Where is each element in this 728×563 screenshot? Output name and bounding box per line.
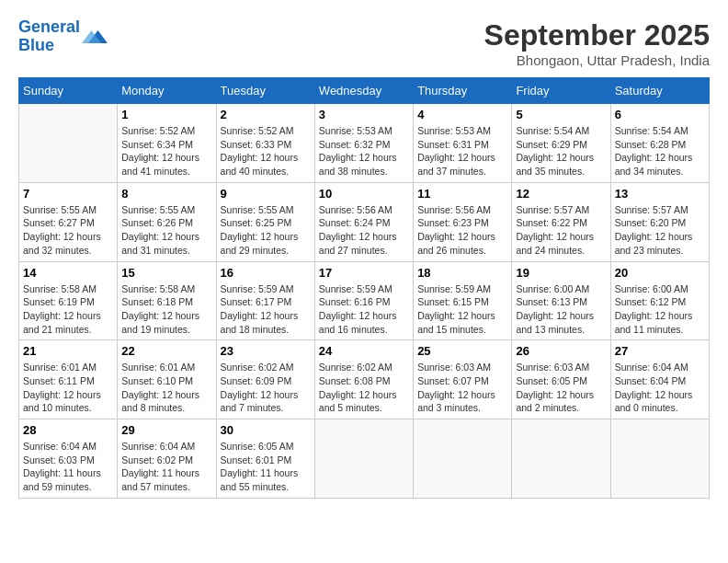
day-number: 20 bbox=[615, 266, 705, 280]
day-info-line: Sunrise: 5:56 AM bbox=[319, 204, 392, 215]
calendar-cell: 27Sunrise: 6:04 AMSunset: 6:04 PMDayligh… bbox=[610, 340, 709, 419]
day-info-line: Sunset: 6:17 PM bbox=[221, 296, 292, 307]
day-info: Sunrise: 5:58 AMSunset: 6:18 PMDaylight:… bbox=[121, 282, 211, 337]
day-number: 15 bbox=[121, 266, 211, 280]
calendar-cell: 7Sunrise: 5:55 AMSunset: 6:27 PMDaylight… bbox=[19, 182, 118, 261]
day-info-line: Daylight: 12 hours bbox=[615, 389, 693, 400]
day-info: Sunrise: 6:01 AMSunset: 6:10 PMDaylight:… bbox=[121, 361, 211, 415]
title-area: September 2025 Bhongaon, Uttar Pradesh, … bbox=[484, 18, 710, 68]
day-info-line: and 34 minutes. bbox=[615, 166, 684, 177]
day-info-line: Daylight: 12 hours bbox=[615, 310, 693, 321]
day-number: 27 bbox=[615, 344, 705, 358]
day-info-line: Daylight: 12 hours bbox=[615, 231, 693, 242]
day-info-line: and 27 minutes. bbox=[319, 245, 388, 256]
day-info-line: Sunset: 6:24 PM bbox=[319, 217, 391, 228]
day-number: 30 bbox=[221, 423, 311, 437]
day-number: 6 bbox=[615, 108, 705, 121]
day-info-line: Sunset: 6:10 PM bbox=[121, 375, 193, 386]
day-info-line: Daylight: 12 hours bbox=[121, 389, 199, 400]
calendar-cell: 23Sunrise: 6:02 AMSunset: 6:09 PMDayligh… bbox=[216, 340, 314, 419]
calendar-cell: 8Sunrise: 5:55 AMSunset: 6:26 PMDaylight… bbox=[118, 182, 216, 261]
day-info-line: Sunset: 6:25 PM bbox=[221, 217, 292, 228]
day-info-line: Sunset: 6:19 PM bbox=[23, 296, 95, 307]
day-info: Sunrise: 5:53 AMSunset: 6:32 PMDaylight:… bbox=[319, 124, 409, 178]
calendar-day-header: Monday bbox=[118, 78, 216, 104]
day-info-line: Sunset: 6:31 PM bbox=[417, 139, 489, 150]
day-info-line: Sunrise: 6:00 AM bbox=[615, 283, 688, 294]
day-info-line: Daylight: 12 hours bbox=[121, 310, 199, 321]
calendar-cell: 28Sunrise: 6:04 AMSunset: 6:03 PMDayligh… bbox=[19, 419, 118, 499]
day-info: Sunrise: 5:55 AMSunset: 6:27 PMDaylight:… bbox=[23, 203, 113, 258]
day-number: 24 bbox=[319, 344, 409, 358]
day-info-line: Daylight: 12 hours bbox=[516, 231, 594, 242]
calendar-cell: 20Sunrise: 6:00 AMSunset: 6:12 PMDayligh… bbox=[610, 261, 709, 340]
day-info: Sunrise: 5:59 AMSunset: 6:17 PMDaylight:… bbox=[221, 282, 311, 337]
day-info-line: Daylight: 12 hours bbox=[221, 310, 299, 321]
day-info-line: Daylight: 12 hours bbox=[23, 231, 101, 242]
day-info-line: Sunrise: 5:58 AM bbox=[121, 283, 195, 294]
day-info-line: and 16 minutes. bbox=[319, 324, 388, 335]
day-info: Sunrise: 5:57 AMSunset: 6:22 PMDaylight:… bbox=[516, 203, 606, 258]
calendar-day-header: Tuesday bbox=[216, 78, 314, 104]
day-info-line: Sunrise: 5:57 AM bbox=[516, 204, 589, 215]
day-info-line: Sunset: 6:13 PM bbox=[516, 296, 587, 307]
day-info-line: and 40 minutes. bbox=[221, 166, 290, 177]
calendar-header-row: SundayMondayTuesdayWednesdayThursdayFrid… bbox=[19, 78, 710, 104]
calendar-cell bbox=[19, 104, 118, 183]
day-info-line: and 29 minutes. bbox=[221, 245, 290, 256]
calendar-cell: 16Sunrise: 5:59 AMSunset: 6:17 PMDayligh… bbox=[216, 261, 314, 340]
day-info-line: and 38 minutes. bbox=[319, 166, 388, 177]
day-info-line: Sunset: 6:22 PM bbox=[516, 217, 587, 228]
day-info-line: Daylight: 12 hours bbox=[319, 389, 397, 400]
day-number: 2 bbox=[221, 108, 311, 121]
day-number: 14 bbox=[23, 266, 113, 280]
day-info-line: Sunrise: 5:53 AM bbox=[417, 125, 491, 136]
day-info-line: Sunrise: 6:03 AM bbox=[516, 362, 589, 373]
day-number: 19 bbox=[516, 266, 606, 280]
day-info-line: Daylight: 12 hours bbox=[615, 152, 693, 163]
day-number: 11 bbox=[417, 187, 507, 201]
day-info: Sunrise: 6:03 AMSunset: 6:07 PMDaylight:… bbox=[417, 361, 507, 415]
day-number: 29 bbox=[121, 423, 211, 437]
day-info-line: Sunrise: 5:53 AM bbox=[319, 125, 392, 136]
day-info-line: Sunset: 6:04 PM bbox=[615, 375, 687, 386]
day-info-line: Daylight: 12 hours bbox=[319, 152, 397, 163]
day-info: Sunrise: 5:54 AMSunset: 6:28 PMDaylight:… bbox=[615, 124, 705, 178]
day-info-line: and 8 minutes. bbox=[121, 402, 185, 413]
day-info-line: Daylight: 12 hours bbox=[516, 152, 594, 163]
day-info-line: Sunset: 6:23 PM bbox=[417, 217, 489, 228]
day-info-line: Sunset: 6:27 PM bbox=[23, 217, 95, 228]
day-number: 23 bbox=[221, 344, 311, 358]
day-info-line: Daylight: 12 hours bbox=[221, 389, 299, 400]
location-subtitle: Bhongaon, Uttar Pradesh, India bbox=[484, 52, 710, 68]
day-info-line: Sunset: 6:18 PM bbox=[121, 296, 193, 307]
calendar-cell: 6Sunrise: 5:54 AMSunset: 6:28 PMDaylight… bbox=[610, 104, 709, 183]
day-number: 21 bbox=[23, 344, 113, 358]
logo-text: GeneralBlue bbox=[18, 18, 80, 55]
day-info-line: Sunset: 6:02 PM bbox=[121, 454, 193, 465]
day-info-line: Sunset: 6:16 PM bbox=[319, 296, 391, 307]
calendar-week-row: 28Sunrise: 6:04 AMSunset: 6:03 PMDayligh… bbox=[19, 419, 710, 499]
day-info: Sunrise: 5:55 AMSunset: 6:25 PMDaylight:… bbox=[221, 203, 311, 258]
calendar-cell: 9Sunrise: 5:55 AMSunset: 6:25 PMDaylight… bbox=[216, 182, 314, 261]
calendar-cell: 14Sunrise: 5:58 AMSunset: 6:19 PMDayligh… bbox=[19, 261, 118, 340]
day-info-line: Sunrise: 5:59 AM bbox=[221, 283, 294, 294]
day-info-line: Daylight: 12 hours bbox=[516, 310, 594, 321]
calendar-cell: 19Sunrise: 6:00 AMSunset: 6:13 PMDayligh… bbox=[512, 261, 610, 340]
day-info: Sunrise: 6:04 AMSunset: 6:02 PMDaylight:… bbox=[121, 440, 211, 494]
day-info-line: Sunrise: 5:55 AM bbox=[121, 204, 195, 215]
day-info-line: Sunrise: 5:52 AM bbox=[121, 125, 195, 136]
calendar-cell: 1Sunrise: 5:52 AMSunset: 6:34 PMDaylight… bbox=[118, 104, 216, 183]
day-info-line: Sunset: 6:03 PM bbox=[23, 454, 95, 465]
day-info-line: Daylight: 11 hours bbox=[221, 467, 299, 478]
calendar-cell: 22Sunrise: 6:01 AMSunset: 6:10 PMDayligh… bbox=[118, 340, 216, 419]
calendar-cell bbox=[314, 419, 413, 499]
calendar-cell: 3Sunrise: 5:53 AMSunset: 6:32 PMDaylight… bbox=[314, 104, 413, 183]
day-info-line: Daylight: 12 hours bbox=[417, 310, 495, 321]
page-header: GeneralBlue September 2025 Bhongaon, Utt… bbox=[18, 18, 710, 68]
calendar-cell: 17Sunrise: 5:59 AMSunset: 6:16 PMDayligh… bbox=[314, 261, 413, 340]
day-number: 16 bbox=[221, 266, 311, 280]
day-number: 22 bbox=[121, 344, 211, 358]
calendar-cell: 15Sunrise: 5:58 AMSunset: 6:18 PMDayligh… bbox=[118, 261, 216, 340]
day-number: 4 bbox=[417, 108, 507, 121]
